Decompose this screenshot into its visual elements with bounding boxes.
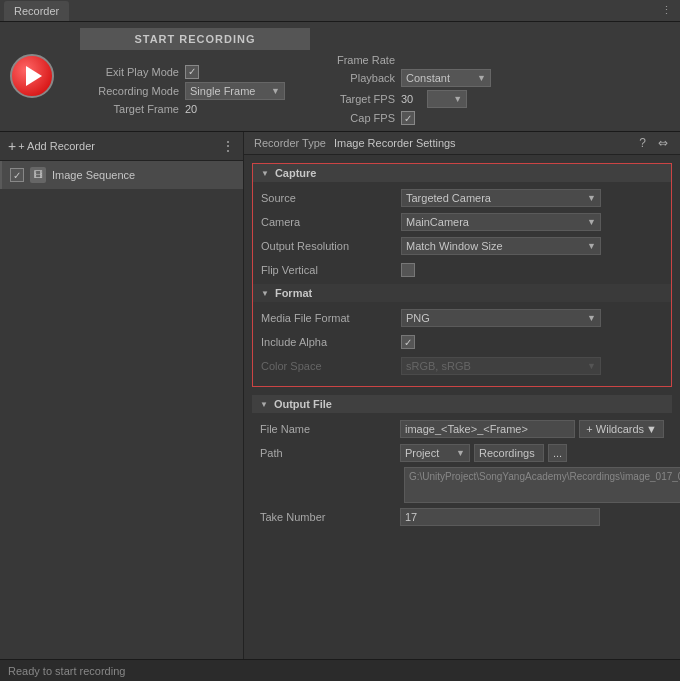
status-bar: Ready to start recording [0, 659, 680, 681]
target-fps-row: Target FPS 30 ▼ [325, 90, 491, 108]
take-number-label: Take Number [260, 511, 400, 523]
chevron-down-icon: ▼ [583, 313, 596, 323]
playback-dropdown[interactable]: Constant ▼ [401, 69, 491, 87]
path-full-text: G:\UnityProject\SongYangAcademy\Recordin… [404, 467, 680, 503]
tab-label: Recorder [14, 5, 59, 17]
target-frame-value: 20 [185, 103, 197, 115]
browse-button[interactable]: ... [548, 444, 567, 462]
chevron-down-icon: ▼ [583, 361, 596, 371]
chevron-down-icon: ▼ [583, 193, 596, 203]
target-frame-row: Target Frame 20 [74, 103, 285, 115]
add-recorder-label: + Add Recorder [18, 140, 95, 152]
kebab-icon[interactable]: ⋮ [221, 138, 235, 154]
exit-play-mode-label: Exit Play Mode [74, 66, 179, 78]
color-space-label: Color Space [261, 360, 401, 372]
capture-section-content: Source Targeted Camera ▼ Camera MainCame… [253, 182, 671, 386]
flip-vertical-checkbox[interactable] [401, 263, 415, 277]
target-frame-label: Target Frame [74, 103, 179, 115]
chevron-down-icon: ▼ [477, 73, 486, 83]
flip-vertical-label: Flip Vertical [261, 264, 401, 276]
status-text: Ready to start recording [8, 665, 125, 677]
recorder-item-label: Image Sequence [52, 169, 135, 181]
source-dropdown[interactable]: Targeted Camera ▼ [401, 189, 601, 207]
record-button[interactable] [10, 54, 54, 98]
frame-rate-row: Frame Rate [325, 54, 491, 66]
format-header[interactable]: ▼ Format [253, 284, 671, 302]
recorder-type-bar: Recorder Type Image Recorder Settings ? … [244, 132, 680, 155]
output-content: File Name + Wildcards ▼ Path Project [252, 413, 672, 537]
add-recorder-button[interactable]: + + Add Recorder [8, 138, 95, 154]
recorder-type-value: Image Recorder Settings [334, 137, 629, 149]
playback-label: Playback [325, 72, 395, 84]
output-header[interactable]: ▼ Output File [252, 395, 672, 413]
path-type-dropdown[interactable]: Project ▼ [400, 444, 470, 462]
recording-mode-dropdown[interactable]: Single Frame ▼ [185, 82, 285, 100]
plus-icon: + [8, 138, 16, 154]
recorder-type-icon: 🎞 [30, 167, 46, 183]
capture-section-header[interactable]: ▼ Capture [253, 164, 671, 182]
take-number-input[interactable] [400, 508, 600, 526]
format-content: Media File Format PNG ▼ Include Alpha ✓ … [261, 302, 663, 376]
top-panel: START RECORDING Exit Play Mode ✓ Recordi… [0, 22, 680, 132]
recorder-type-label: Recorder Type [254, 137, 326, 149]
list-item[interactable]: ✓ 🎞 Image Sequence [0, 161, 243, 189]
collapse-icon: ▼ [261, 169, 269, 178]
output-resolution-row: Output Resolution Match Window Size ▼ [261, 236, 663, 256]
chevron-down-icon: ▼ [583, 217, 596, 227]
output-section: ▼ Output File File Name + Wildcards ▼ Pa [252, 395, 672, 537]
playback-row: Playback Constant ▼ [325, 69, 491, 87]
color-space-dropdown[interactable]: sRGB, sRGB ▼ [401, 357, 601, 375]
color-space-row: Color Space sRGB, sRGB ▼ [261, 356, 663, 376]
format-subsection: ▼ Format Media File Format PNG ▼ In [261, 284, 663, 376]
chevron-down-icon: ▼ [453, 94, 462, 104]
take-number-row: Take Number [260, 507, 664, 527]
camera-dropdown[interactable]: MainCamera ▼ [401, 213, 601, 231]
start-recording-button[interactable]: START RECORDING [80, 28, 310, 50]
cap-fps-checkbox[interactable]: ✓ [401, 111, 415, 125]
source-label: Source [261, 192, 401, 204]
target-fps-value: 30 [401, 93, 413, 105]
target-fps-label: Target FPS [325, 93, 395, 105]
recording-mode-row: Recording Mode Single Frame ▼ [74, 82, 285, 100]
collapse-icon: ▼ [260, 400, 268, 409]
recordings-button[interactable]: Recordings [474, 444, 544, 462]
left-controls: Exit Play Mode ✓ Recording Mode Single F… [74, 54, 285, 125]
camera-label: Camera [261, 216, 401, 228]
right-controls: Frame Rate Playback Constant ▼ Target FP… [325, 54, 491, 125]
main-area: + + Add Recorder ⋮ ✓ 🎞 Image Sequence Re… [0, 132, 680, 681]
wildcards-button[interactable]: + Wildcards ▼ [579, 420, 664, 438]
include-alpha-label: Include Alpha [261, 336, 401, 348]
file-name-label: File Name [260, 423, 400, 435]
include-alpha-checkbox[interactable]: ✓ [401, 335, 415, 349]
tab-menu-icon[interactable]: ⋮ [661, 4, 672, 17]
media-file-format-label: Media File Format [261, 312, 401, 324]
right-panel: Recorder Type Image Recorder Settings ? … [244, 132, 680, 681]
file-name-row: File Name + Wildcards ▼ [260, 419, 664, 439]
left-panel: + + Add Recorder ⋮ ✓ 🎞 Image Sequence [0, 132, 244, 681]
output-resolution-dropdown[interactable]: Match Window Size ▼ [401, 237, 601, 255]
target-fps-dropdown[interactable]: ▼ [427, 90, 467, 108]
chevron-down-icon: ▼ [646, 423, 657, 435]
media-file-format-dropdown[interactable]: PNG ▼ [401, 309, 601, 327]
layout-button[interactable]: ⇔ [656, 136, 670, 150]
chevron-down-icon: ▼ [271, 86, 280, 96]
cap-fps-label: Cap FPS [325, 112, 395, 124]
path-row: Path Project ▼ Recordings ... [260, 443, 664, 463]
help-button[interactable]: ? [637, 136, 648, 150]
path-label: Path [260, 447, 400, 459]
recorder-checkbox[interactable]: ✓ [10, 168, 24, 182]
chevron-down-icon: ▼ [456, 448, 465, 458]
source-row: Source Targeted Camera ▼ [261, 188, 663, 208]
frame-rate-label: Frame Rate [325, 54, 395, 66]
recorder-tab[interactable]: Recorder [4, 1, 69, 21]
media-file-format-row: Media File Format PNG ▼ [261, 308, 663, 328]
path-display: G:\UnityProject\SongYangAcademy\Recordin… [260, 467, 664, 503]
capture-section-title: Capture [275, 167, 317, 179]
collapse-icon: ▼ [261, 289, 269, 298]
play-triangle-icon [26, 66, 42, 86]
file-name-input[interactable] [400, 420, 575, 438]
exit-play-mode-checkbox[interactable]: ✓ [185, 65, 199, 79]
flip-vertical-row: Flip Vertical [261, 260, 663, 280]
chevron-down-icon: ▼ [583, 241, 596, 251]
recording-mode-label: Recording Mode [74, 85, 179, 97]
